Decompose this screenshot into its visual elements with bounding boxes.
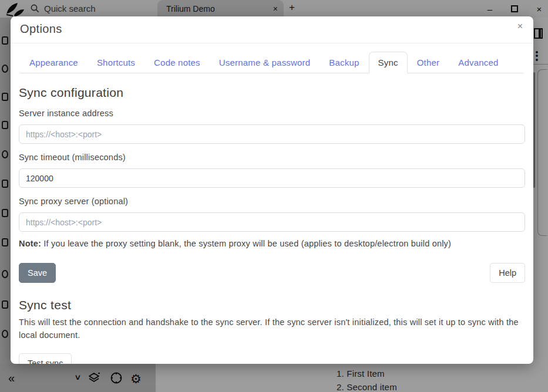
proxy-note: Note: If you leave the proxy setting bla…: [19, 239, 525, 248]
help-button[interactable]: Help: [490, 263, 525, 283]
dialog-header: Options ×: [11, 16, 533, 43]
tab-appearance[interactable]: Appearance: [20, 52, 88, 73]
tab-username-password[interactable]: Username & password: [210, 52, 320, 73]
sync-options-panel: Sync configuration Server instance addre…: [11, 73, 533, 364]
tab-sync[interactable]: Sync: [369, 52, 408, 73]
tab-advanced[interactable]: Advanced: [449, 52, 507, 73]
tab-backup[interactable]: Backup: [320, 52, 368, 73]
server-address-label: Server instance address: [19, 109, 525, 118]
sync-proxy-input[interactable]: [19, 212, 525, 232]
sync-test-heading: Sync test: [19, 298, 525, 312]
sync-proxy-label: Sync proxy server (optional): [19, 197, 525, 206]
button-row: Save Help: [19, 263, 525, 283]
sync-configuration-heading: Sync configuration: [19, 86, 525, 100]
server-address-input[interactable]: [19, 124, 525, 144]
sync-timeout-input[interactable]: [19, 168, 525, 188]
tab-shortcuts[interactable]: Shortcuts: [88, 52, 144, 73]
save-button[interactable]: Save: [19, 263, 56, 283]
dialog-close-button[interactable]: ×: [517, 21, 523, 32]
options-tab-bar: Appearance Shortcuts Code notes Username…: [20, 52, 524, 73]
tab-code-notes[interactable]: Code notes: [144, 52, 210, 73]
options-dialog: Options × Appearance Shortcuts Code note…: [11, 16, 533, 364]
proxy-note-bold: Note:: [19, 239, 41, 248]
dialog-title: Options: [20, 22, 524, 36]
test-sync-button[interactable]: Test sync: [19, 353, 72, 364]
sync-test-description: This will test the connection and handsh…: [19, 316, 524, 342]
sync-timeout-label: Sync timeout (milliseconds): [19, 153, 525, 162]
proxy-note-text: If you leave the proxy setting blank, th…: [41, 239, 451, 248]
tab-other[interactable]: Other: [408, 52, 449, 73]
